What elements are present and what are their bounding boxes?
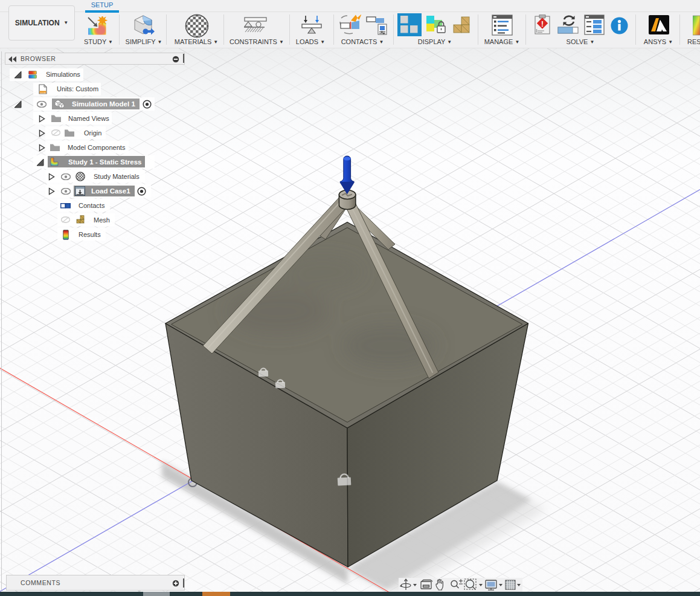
svg-text:!: ! <box>541 20 544 28</box>
